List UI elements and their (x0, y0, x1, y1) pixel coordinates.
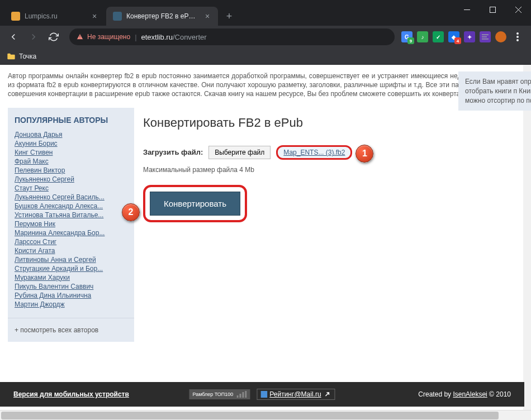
extension-icon[interactable]: ✓ (433, 31, 444, 42)
profile-avatar[interactable] (495, 31, 506, 42)
annotation-marker-2: 2 (122, 203, 140, 221)
extension-icon[interactable]: ✦ (464, 31, 475, 42)
window-controls (454, 0, 531, 26)
rambler-badge[interactable]: Рамблер ТОП100 (189, 389, 250, 399)
author-list: Донцова ДарьяАкунин БорисКинг СтивенФрай… (8, 130, 134, 313)
horizontal-scrollbar[interactable] (0, 410, 531, 420)
extensions-area: G9 ♪ ✓ ◆4 ✦ (401, 31, 506, 42)
browser-tab-active[interactable]: Конвертер FB2 в ePub | FB2 to e × (106, 7, 218, 26)
close-icon[interactable]: × (91, 12, 98, 20)
view-all-authors-link[interactable]: + посмотреть всех авторов (8, 318, 134, 342)
rambler-label: Рамблер ТОП100 (192, 392, 233, 397)
bookmark-label: Точка (19, 52, 36, 60)
sidebar: ПОПУЛЯРНЫЕ АВТОРЫ Донцова ДарьяАкунин Бо… (8, 108, 134, 342)
convert-highlight: Конвертировать (143, 185, 247, 222)
svg-rect-14 (260, 391, 267, 398)
author-link[interactable]: Стаут Рекс (15, 184, 127, 193)
svg-rect-10 (236, 395, 238, 398)
author-link[interactable]: Перумов Ник (15, 219, 127, 228)
upload-label: Загрузить файл: (143, 148, 203, 156)
forward-button[interactable] (25, 28, 42, 46)
author-link[interactable]: Акунин Борис (15, 139, 127, 148)
extension-icon[interactable] (480, 31, 491, 42)
author-link[interactable]: Фрай Макс (15, 157, 127, 166)
scrollbar-thumb[interactable] (1, 412, 499, 419)
selected-file-name: Мар_ENTS... (3).fb2 (276, 145, 352, 160)
author-link[interactable]: Стругацкие Аркадий и Бор... (15, 264, 127, 273)
author-link[interactable]: Рубина Дина Ильинична (15, 291, 127, 300)
author-link[interactable]: Лукьяненко Сергей Василь... (15, 193, 127, 202)
author-link[interactable]: IsenAleksei (453, 390, 487, 398)
author-link[interactable]: Ларссон Стиг (15, 237, 127, 246)
author-link[interactable]: Донцова Дарья (15, 130, 127, 139)
annotation-marker-1: 1 (355, 145, 373, 163)
right-widget: Если Вам нравят определенного отобрать к… (458, 71, 531, 111)
author-link[interactable]: Кинг Стивен (15, 148, 127, 157)
minimize-button[interactable] (454, 0, 480, 19)
extension-badge: 9 (407, 37, 414, 44)
page-footer: Версия для мобильных устройств Рамблер Т… (0, 382, 524, 407)
sidebar-title: ПОПУЛЯРНЫЕ АВТОРЫ (8, 108, 134, 130)
svg-point-7 (516, 32, 519, 35)
author-link[interactable]: Кристи Агата (15, 246, 127, 255)
page-title: Конвертировать FB2 в ePub (143, 116, 514, 130)
intro-paragraph: Автор программы онлайн конвертер fb2 в e… (0, 65, 514, 102)
mobile-version-link[interactable]: Версия для мобильных устройств (13, 390, 129, 398)
choose-file-button[interactable]: Выберите файл (208, 146, 271, 159)
extension-icon[interactable]: ◆4 (448, 31, 459, 42)
author-link[interactable]: Бушков Александр Алекса... (15, 202, 127, 211)
extension-icon[interactable]: G9 (401, 31, 413, 42)
extension-badge: 4 (454, 37, 461, 44)
tab-title: Lumpics.ru (25, 12, 86, 20)
tabs-area: Lumpics.ru × Конвертер FB2 в ePub | FB2 … (0, 0, 454, 26)
created-by-label: Created by (418, 390, 453, 398)
author-link[interactable]: Пикуль Валентин Саввич (15, 282, 127, 291)
author-link[interactable]: Маринина Александра Бор... (15, 228, 127, 237)
reload-button[interactable] (45, 28, 63, 46)
main-content: Конвертировать FB2 в ePub Загрузить файл… (143, 102, 514, 342)
url-path: /Converter (173, 33, 207, 41)
svg-point-8 (516, 36, 519, 38)
upload-row: Загрузить файл: Выберите файл Мар_ENTS..… (143, 146, 514, 159)
bookmarks-bar: Точка (0, 48, 531, 65)
mailru-rating-badge[interactable]: Рейтинг@Mail.ru (257, 389, 335, 400)
browser-tab-inactive[interactable]: Lumpics.ru × (4, 7, 105, 26)
close-button[interactable] (505, 0, 531, 19)
maximize-button[interactable] (480, 0, 505, 19)
extension-icon[interactable]: ♪ (417, 31, 428, 42)
author-link[interactable]: Мураками Харуки (15, 273, 127, 282)
svg-rect-1 (490, 7, 495, 12)
browser-menu-button[interactable] (509, 28, 527, 46)
svg-rect-11 (239, 394, 241, 398)
not-secure-label: Не защищено (87, 33, 130, 41)
bookmark-folder[interactable]: Точка (7, 52, 36, 60)
tab-favicon (11, 12, 20, 21)
url-host: etextlib.ru (141, 33, 173, 41)
page-content: Автор программы онлайн конвертер fb2 в e… (0, 65, 531, 420)
close-icon[interactable]: × (203, 12, 211, 20)
author-link[interactable]: Устинова Татьяна Виталье... (15, 211, 127, 219)
author-link[interactable]: Лукьяненко Сергей (15, 175, 127, 184)
svg-rect-12 (242, 392, 244, 398)
titlebar: Lumpics.ru × Конвертер FB2 в ePub | FB2 … (0, 0, 531, 26)
copyright-year: © 2010 (487, 390, 511, 398)
convert-button[interactable]: Конвертировать (150, 192, 240, 216)
max-file-size-label: Максимальный размер файла 4 Mb (143, 166, 514, 174)
footer-badges: Рамблер ТОП100 Рейтинг@Mail.ru (189, 389, 335, 400)
svg-point-9 (516, 39, 519, 41)
address-bar[interactable]: Не защищено | etextlib.ru/Converter (69, 28, 395, 45)
author-link[interactable]: Мартин Джордж (15, 300, 127, 309)
url-text: etextlib.ru/Converter (141, 33, 388, 41)
author-link[interactable]: Пелевин Виктор (15, 166, 127, 175)
new-tab-button[interactable]: + (221, 8, 237, 24)
footer-credits: Created by IsenAleksei © 2010 (418, 390, 511, 398)
author-link[interactable]: Литвиновы Анна и Сергей (15, 255, 127, 264)
back-button[interactable] (4, 28, 22, 46)
not-secure-indicator[interactable]: Не защищено (76, 33, 130, 41)
svg-rect-13 (245, 391, 246, 398)
mailru-label: Рейтинг@Mail.ru (269, 390, 321, 398)
tab-title: Конвертер FB2 в ePub | FB2 to e (126, 12, 199, 20)
browser-toolbar: Не защищено | etextlib.ru/Converter G9 ♪… (0, 26, 531, 48)
tab-favicon (113, 12, 122, 21)
